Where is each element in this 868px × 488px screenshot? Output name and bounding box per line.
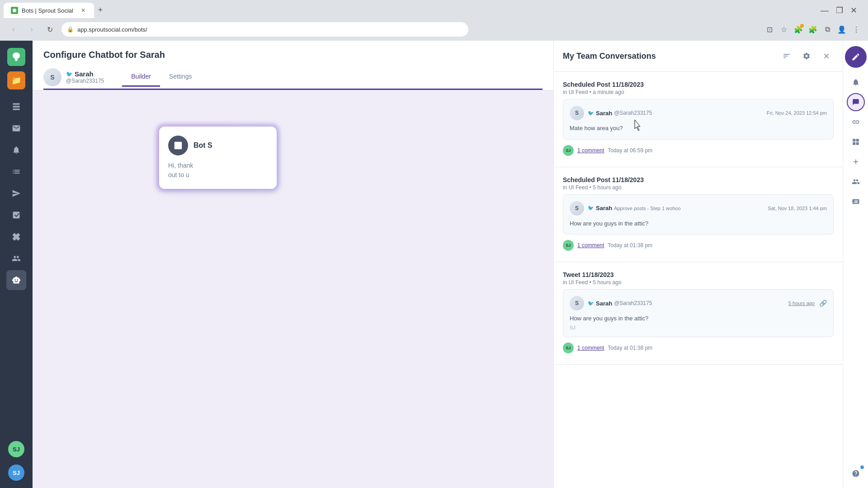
conv-comment-time-1: Today at 06:59 pm: [608, 147, 652, 154]
compose-button[interactable]: [845, 46, 867, 68]
svg-rect-1: [175, 142, 182, 150]
conv-footer-avatar-2: SJ: [563, 240, 574, 251]
conv-avatar-2: S: [570, 201, 584, 216]
conv-timestamp-3: 5 hours ago: [788, 300, 815, 306]
conv-meta: in UI Feed • a minute ago: [563, 89, 834, 95]
panel-close-icon[interactable]: [819, 49, 834, 63]
conv-text-1: Mate how area you?: [570, 124, 827, 133]
tab-title: Bots | Sprout Social: [22, 7, 76, 14]
configure-header: Configure Chatbot for Sarah S 🐦 Sarah @S…: [33, 41, 553, 90]
right-grid-icon[interactable]: [847, 133, 865, 151]
sidebar-item-listening[interactable]: [6, 227, 26, 247]
close-window-icon[interactable]: ✕: [850, 5, 857, 15]
link-external-icon[interactable]: 🔗: [819, 300, 827, 307]
bot-card-text: Hi, thank out to u: [168, 161, 268, 180]
conv-type: Scheduled Post 11/18/2023: [563, 81, 834, 88]
conv-comment-link-1[interactable]: 1 comment: [577, 147, 604, 154]
tab-settings[interactable]: Settings: [160, 67, 201, 87]
minimize-icon[interactable]: —: [821, 6, 829, 15]
active-tab[interactable]: Bots | Sprout Social ✕: [4, 3, 94, 18]
conv-meta-3: in UI Feed • 5 hours ago: [563, 279, 834, 286]
bot-card: Bot S Hi, thank out to u: [159, 127, 277, 189]
conversations-panel: My Team Conversations Scheduled Post 11/…: [553, 41, 843, 488]
conv-comment-link-2[interactable]: 1 comment: [577, 242, 604, 249]
builder-area: Bot S Hi, thank out to u: [33, 90, 553, 488]
conv-comment-link-3[interactable]: 1 comment: [577, 345, 604, 351]
panel-header: My Team Conversations: [554, 41, 843, 72]
svg-point-0: [13, 9, 16, 12]
conv-footer-avatar-3: SJ: [563, 343, 574, 353]
back-button[interactable]: ‹: [7, 23, 20, 36]
conv-handle-3: @Sarah233175: [614, 300, 652, 306]
conv-badge-2: Approve posts - Step 1 wohoo: [614, 206, 680, 211]
cast-icon[interactable]: ⊡: [765, 25, 774, 34]
right-keyboard-icon[interactable]: [847, 192, 865, 211]
conv-footer-avatar-1: SJ: [563, 145, 574, 156]
profile-icon[interactable]: 👤: [837, 25, 846, 34]
conv-timestamp-1: Fri, Nov 24, 2023 12:54 pm: [767, 110, 827, 116]
sidebar-avatar-sj[interactable]: SJ: [8, 441, 24, 457]
sidebar-item-tasks[interactable]: [6, 162, 26, 182]
conv-type-2: Scheduled Post 11/18/2023: [563, 176, 834, 183]
tab-builder[interactable]: Builder: [122, 67, 160, 87]
conv-avatar-1: S: [570, 106, 584, 120]
settings-icon[interactable]: [799, 49, 814, 63]
sidebar-item-notifications[interactable]: [6, 140, 26, 160]
sidebar-item-inbox[interactable]: [6, 118, 26, 138]
sidebar-item-analytics[interactable]: [6, 205, 26, 225]
right-add-icon[interactable]: [847, 153, 865, 171]
conv-comment-time-3: Today at 01:38 pm: [608, 345, 652, 351]
right-link-icon[interactable]: [847, 113, 865, 131]
right-action-bar: [843, 41, 868, 488]
sidebar-item-publish[interactable]: [6, 183, 26, 203]
profile-handle: @Sarah233175: [66, 78, 104, 84]
conv-timestamp-2: Sat, Nov 18, 2023 1:44 pm: [768, 206, 827, 211]
sidebar-user-avatar[interactable]: SJ: [8, 465, 24, 481]
conv-twitter-icon-2: 🐦: [588, 205, 594, 211]
conv-text-3: How are you guys in the attic?: [570, 314, 827, 323]
right-help-icon[interactable]: [847, 465, 865, 483]
profile-avatar: S: [43, 68, 61, 86]
reload-button[interactable]: ↻: [43, 23, 56, 36]
conv-username-1: Sarah: [596, 110, 612, 117]
conv-type-3: Tweet 11/18/2023: [563, 271, 834, 278]
conv-comment-time-2: Today at 01:38 pm: [608, 242, 652, 249]
sidebar-item-team[interactable]: [6, 249, 26, 268]
conv-twitter-icon-3: 🐦: [588, 300, 594, 306]
conversation-item: Scheduled Post 11/18/2023 in UI Feed • a…: [554, 72, 843, 167]
conversations-list: Scheduled Post 11/18/2023 in UI Feed • a…: [554, 72, 843, 488]
conv-handle-1: @Sarah233175: [614, 110, 652, 116]
profile-name: Sarah: [75, 70, 94, 78]
extension-notification-icon[interactable]: 🧩: [794, 25, 803, 34]
filter-icon[interactable]: [779, 49, 794, 63]
menu-icon[interactable]: ⋮: [852, 25, 861, 34]
sidebar-item-bots[interactable]: [6, 270, 26, 290]
url-display: app.sproutsocial.com/bots/: [77, 26, 463, 33]
page-title: Configure Chatbot for Sarah: [43, 50, 542, 60]
sidebar-item-feed[interactable]: [6, 97, 26, 117]
new-tab-button[interactable]: +: [94, 4, 107, 16]
extensions-icon[interactable]: 🧩: [808, 25, 817, 34]
right-team-icon[interactable]: [847, 173, 865, 191]
browser-chrome: Bots | Sprout Social ✕ + — ❐ ✕ ‹ › ↻ 🔒 a…: [0, 0, 868, 41]
conv-avatar-3: S: [570, 296, 584, 310]
conv-text-2: How are you guys in the attic?: [570, 219, 827, 228]
right-notification-icon[interactable]: [847, 73, 865, 91]
bot-card-title: Bot S: [193, 141, 212, 150]
twitter-bird-icon: 🐦: [66, 71, 73, 77]
conv-twitter-icon-1: 🐦: [588, 110, 594, 116]
address-bar[interactable]: 🔒 app.sproutsocial.com/bots/: [61, 22, 468, 37]
conversation-item-3: Tweet 11/18/2023 in UI Feed • 5 hours ag…: [554, 262, 843, 365]
sidebar-folder[interactable]: 📁: [7, 71, 25, 89]
sprout-logo[interactable]: [7, 48, 25, 66]
bookmark-icon[interactable]: ☆: [779, 25, 788, 34]
conv-username-3: Sarah: [596, 300, 612, 307]
tab-close-icon[interactable]: ✕: [80, 7, 87, 14]
conversation-item-2: Scheduled Post 11/18/2023 in UI Feed • 5…: [554, 167, 843, 263]
restore-icon[interactable]: ❐: [836, 5, 843, 15]
conv-username-2: Sarah: [596, 205, 612, 211]
lock-icon: 🔒: [67, 26, 74, 33]
right-conversations-icon[interactable]: [847, 93, 865, 111]
split-view-icon[interactable]: ⧉: [823, 25, 832, 34]
forward-button[interactable]: ›: [25, 23, 38, 36]
